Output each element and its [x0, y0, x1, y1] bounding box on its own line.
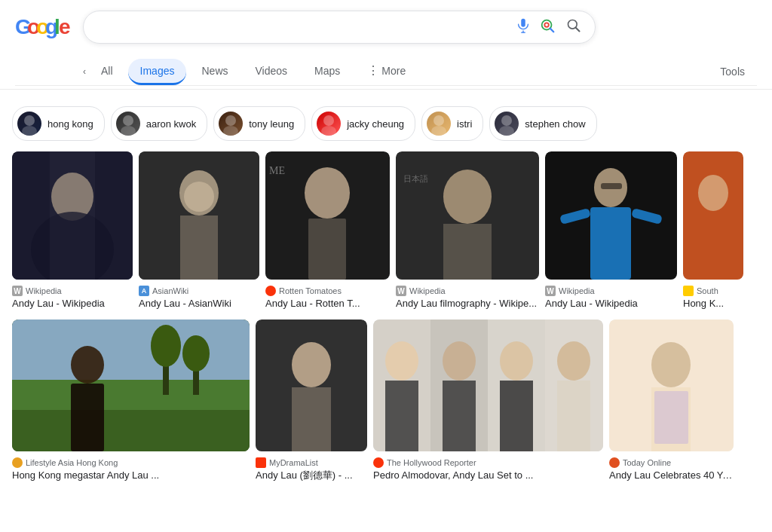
image-card-3[interactable]: ME Rotten Tomatoes Andy Lau - Rotten T..… [265, 151, 390, 313]
chip-label: istri [457, 118, 472, 130]
more-dots-icon: ⋮ [367, 63, 379, 78]
image-card-7[interactable]: Lifestyle Asia Hong Kong Hong Kong megas… [12, 320, 250, 485]
svg-point-23 [431, 126, 446, 136]
chip-tony-leung[interactable]: tony leung [213, 106, 305, 141]
image-title-7: Hong Kong megastar Andy Lau ... [12, 469, 250, 482]
svg-point-24 [501, 115, 512, 126]
svg-point-21 [321, 126, 336, 136]
image-row-1: W Wikipedia Andy Lau - Wikipedia A Asi [12, 151, 760, 313]
image-meta-7: Lifestyle Asia Hong Kong Hong Kong megas… [12, 451, 250, 485]
source-logo-10 [609, 457, 620, 468]
svg-point-71 [500, 341, 533, 381]
chip-label: jacky cheung [347, 118, 404, 130]
svg-rect-69 [443, 381, 476, 451]
source-logo-4: W [396, 286, 406, 296]
search-icons [515, 17, 584, 38]
image-card-4[interactable]: 日本語 W Wikipedia Andy Lau filmography - W… [396, 151, 539, 313]
svg-rect-72 [500, 381, 533, 451]
source-name-10: Today Online [623, 458, 671, 467]
chip-hong-kong[interactable]: hong kong [12, 106, 105, 141]
svg-rect-79 [654, 391, 688, 444]
svg-text:e: e [59, 16, 71, 38]
nav-item-images[interactable]: Images [128, 59, 187, 85]
chips-bar: hong kong aaron kwok tony leung jacky ch… [0, 96, 772, 151]
image-meta-2: A AsianWiki Andy Lau - AsianWiki [139, 280, 259, 313]
svg-rect-6 [521, 19, 525, 27]
svg-rect-59 [71, 384, 104, 451]
image-card-9[interactable]: The Hollywood Reporter Pedro Almodovar, … [373, 320, 603, 485]
svg-rect-45 [601, 183, 622, 189]
image-meta-8: MyDramaList Andy Lau (劉德華) - ... [256, 451, 367, 485]
svg-rect-66 [385, 381, 418, 451]
svg-rect-29 [50, 151, 95, 280]
chip-istri[interactable]: istri [421, 106, 483, 141]
image-title-6: Hong K... [683, 298, 743, 310]
source-logo-7 [12, 457, 23, 468]
mic-icon[interactable] [515, 17, 532, 37]
source-logo-6 [683, 286, 694, 296]
source-name-6: South [697, 286, 718, 295]
image-card-5[interactable]: W Wikipedia Andy Lau - Wikipedia [545, 151, 677, 313]
svg-line-13 [576, 28, 580, 32]
svg-point-25 [499, 126, 514, 136]
image-card-6[interactable]: South Hong K... [683, 151, 743, 313]
svg-point-16 [123, 115, 133, 126]
search-bar: andy lau [83, 11, 596, 44]
svg-point-35 [305, 167, 350, 219]
image-card-1[interactable]: W Wikipedia Andy Lau - Wikipedia [12, 151, 133, 313]
svg-point-58 [71, 346, 104, 384]
nav-item-maps[interactable]: Maps [302, 59, 352, 85]
svg-point-77 [651, 342, 691, 387]
image-card-8[interactable]: MyDramaList Andy Lau (劉德華) - ... [256, 320, 367, 485]
image-meta-5: W Wikipedia Andy Lau - Wikipedia [545, 280, 677, 313]
image-meta-4: W Wikipedia Andy Lau filmography - Wikip… [396, 280, 539, 313]
source-name-2: AsianWiki [152, 286, 188, 295]
nav-back-icon[interactable]: ‹ [83, 66, 86, 77]
svg-line-11 [550, 29, 554, 32]
source-logo-8 [256, 457, 266, 468]
nav-item-videos[interactable]: Videos [244, 59, 300, 85]
nav-divider [0, 89, 772, 90]
image-row-2: Lifestyle Asia Hong Kong Hong Kong megas… [12, 320, 760, 485]
image-card-2[interactable]: A AsianWiki Andy Lau - AsianWiki [139, 151, 259, 313]
svg-point-14 [24, 115, 35, 126]
search-input[interactable]: andy lau [94, 20, 515, 34]
nav-item-all[interactable]: All [89, 59, 125, 85]
image-meta-10: Today Online Andy Lau Celebrates 40 Yea.… [609, 451, 734, 485]
search-submit-icon[interactable] [563, 17, 584, 38]
svg-rect-40 [443, 224, 492, 280]
image-title-2: Andy Lau - AsianWiki [139, 298, 259, 310]
svg-rect-32 [180, 216, 218, 280]
svg-rect-53 [12, 320, 250, 380]
image-title-10: Andy Lau Celebrates 40 Yea... [609, 469, 734, 482]
source-logo-5: W [545, 286, 556, 296]
svg-text:日本語: 日本語 [403, 174, 428, 183]
source-logo-3 [265, 286, 276, 296]
google-logo[interactable]: G o o g l e [15, 11, 71, 44]
source-name-3: Rotten Tomatoes [279, 286, 342, 295]
svg-point-39 [443, 170, 492, 224]
svg-rect-33 [184, 182, 214, 212]
header: G o o g l e andy lau [0, 0, 772, 86]
chip-aaron-kwok[interactable]: aaron kwok [111, 106, 207, 141]
source-name-7: Lifestyle Asia Hong Kong [26, 458, 118, 467]
image-card-10[interactable]: Today Online Andy Lau Celebrates 40 Yea.… [609, 320, 734, 485]
svg-rect-36 [308, 219, 346, 280]
image-meta-9: The Hollywood Reporter Pedro Almodovar, … [373, 451, 603, 485]
chip-label: aaron kwok [146, 118, 196, 130]
svg-point-65 [385, 341, 418, 381]
svg-point-22 [433, 115, 444, 126]
lens-icon[interactable] [539, 17, 556, 37]
image-title-1: Andy Lau - Wikipedia [12, 298, 133, 310]
image-meta-3: Rotten Tomatoes Andy Lau - Rotten T... [265, 280, 390, 313]
nav-item-more[interactable]: ⋮ More [355, 57, 418, 86]
source-logo-1: W [12, 286, 23, 296]
source-name-4: Wikipedia [409, 286, 446, 295]
nav-tools[interactable]: Tools [708, 60, 757, 84]
chip-stephen-chow[interactable]: stephen chow [489, 106, 596, 141]
svg-rect-48 [683, 151, 743, 280]
image-meta-1: W Wikipedia Andy Lau - Wikipedia [12, 280, 133, 313]
nav-item-news[interactable]: News [189, 59, 240, 85]
chip-jacky-cheung[interactable]: jacky cheung [311, 106, 415, 141]
svg-rect-62 [292, 387, 331, 451]
